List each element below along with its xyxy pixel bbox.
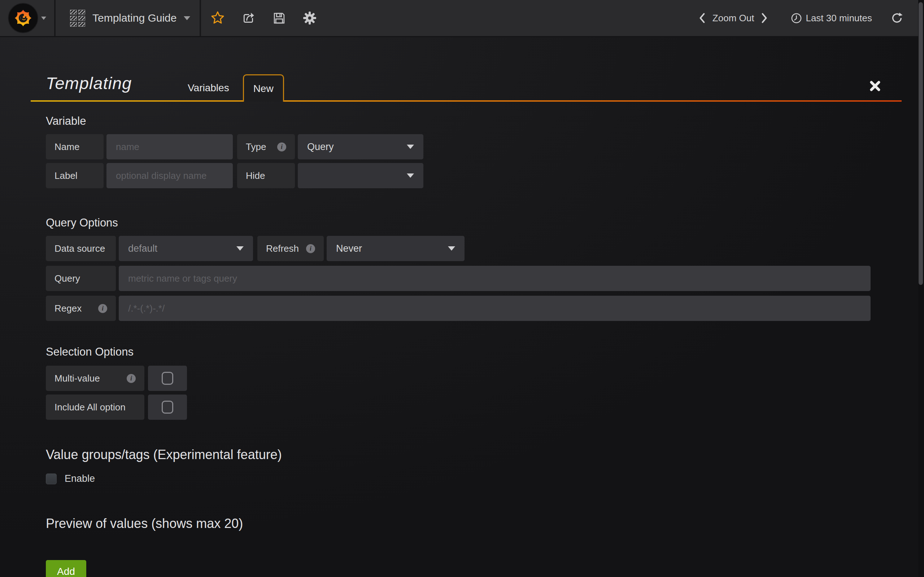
hide-select[interactable] <box>298 163 423 188</box>
checkbox-icon <box>162 372 173 385</box>
share-button[interactable] <box>241 11 256 25</box>
refresh-label: Refresh <box>257 236 324 261</box>
chevron-down-icon <box>407 145 414 149</box>
enable-checkbox[interactable] <box>46 474 57 484</box>
chevron-down-icon <box>448 246 455 251</box>
info-icon[interactable] <box>277 142 286 152</box>
label-label: Label <box>46 163 103 188</box>
type-select[interactable]: Query <box>298 134 423 160</box>
chevron-down-icon <box>236 246 244 251</box>
save-button[interactable] <box>273 11 286 25</box>
navbar: Templating Guide <box>0 0 924 37</box>
refresh-icon <box>891 12 903 24</box>
type-label: Type <box>237 134 295 160</box>
header-accent-line <box>31 100 901 102</box>
zoom-out-button[interactable]: Zoom Out <box>712 13 754 24</box>
star-icon <box>210 11 225 25</box>
settings-button[interactable] <box>302 11 317 25</box>
time-controls: Zoom Out Last 30 minutes <box>699 0 924 36</box>
name-input[interactable] <box>107 134 233 160</box>
info-icon[interactable] <box>127 374 136 383</box>
checkbox-icon <box>162 401 173 414</box>
add-button[interactable]: Add <box>46 560 86 577</box>
grafana-logo-icon <box>8 3 38 33</box>
selection-options-heading: Selection Options <box>46 345 871 358</box>
dashboard-actions <box>201 0 317 36</box>
close-button[interactable] <box>869 81 881 92</box>
hide-label: Hide <box>237 163 295 188</box>
multi-value-checkbox[interactable] <box>148 366 187 391</box>
query-input[interactable] <box>119 266 871 291</box>
regex-input[interactable] <box>119 296 871 321</box>
time-range-picker[interactable]: Last 30 minutes <box>806 13 872 24</box>
multi-value-label: Multi-value <box>46 366 144 391</box>
datasource-select[interactable]: default <box>119 236 253 261</box>
star-button[interactable] <box>210 11 225 25</box>
query-options-heading: Query Options <box>46 216 871 229</box>
tab-bar: Variables New <box>174 74 284 102</box>
chevron-down-icon <box>184 16 190 20</box>
page-title: Templating <box>46 73 132 93</box>
include-all-label: Include All option <box>46 395 144 420</box>
datasource-label: Data source <box>46 236 116 261</box>
info-icon[interactable] <box>306 244 315 253</box>
preview-heading: Preview of values (shows max 20) <box>46 516 871 531</box>
value-groups-heading: Value groups/tags (Experimental feature) <box>46 447 871 462</box>
chevron-down-icon <box>41 16 46 20</box>
grafana-menu-button[interactable] <box>0 0 56 36</box>
variable-heading: Variable <box>46 115 871 128</box>
clock-icon <box>791 13 802 24</box>
template-variable-editor: Variable Name Type Query Label Hide Quer… <box>0 115 924 577</box>
gear-icon <box>302 11 317 25</box>
info-icon[interactable] <box>98 304 107 313</box>
time-shift-back-button[interactable] <box>699 13 705 23</box>
scrollbar-thumb[interactable] <box>919 2 923 285</box>
templating-header: Templating Variables New <box>31 37 901 102</box>
chevron-right-icon <box>761 13 768 23</box>
enable-label: Enable <box>65 473 95 484</box>
dashboard-grid-icon <box>70 10 85 27</box>
refresh-button[interactable] <box>891 12 903 24</box>
save-icon <box>273 11 286 25</box>
tab-variables[interactable]: Variables <box>174 74 243 102</box>
scrollbar-track <box>918 0 924 577</box>
refresh-select[interactable]: Never <box>327 236 465 261</box>
query-label: Query <box>46 266 116 291</box>
include-all-checkbox[interactable] <box>148 395 187 420</box>
dashboard-title: Templating Guide <box>92 12 176 24</box>
share-icon <box>241 11 256 25</box>
tab-new[interactable]: New <box>243 74 284 102</box>
chevron-left-icon <box>699 13 705 23</box>
name-label: Name <box>46 134 103 160</box>
chevron-down-icon <box>407 174 414 178</box>
label-input[interactable] <box>107 163 233 188</box>
close-icon <box>869 81 881 92</box>
regex-label: Regex <box>46 296 116 321</box>
dashboard-picker[interactable]: Templating Guide <box>56 0 201 36</box>
time-shift-forward-button[interactable] <box>761 13 768 23</box>
